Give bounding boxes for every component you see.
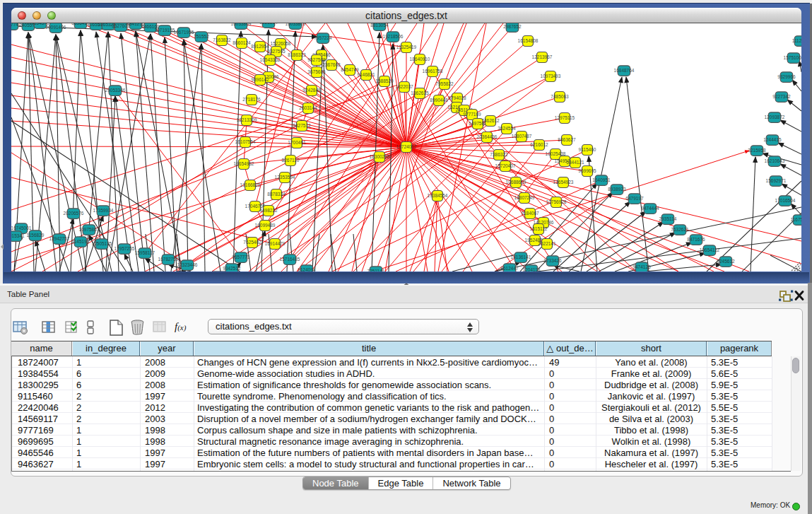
- svg-text:7386322: 7386322: [490, 152, 508, 157]
- svg-text:2367608: 2367608: [322, 62, 341, 67]
- svg-text:12093872: 12093872: [765, 115, 785, 119]
- svg-text:1822037: 1822037: [395, 84, 413, 89]
- svg-text:9184067: 9184067: [521, 211, 539, 216]
- svg-text:3675685: 3675685: [307, 69, 326, 74]
- svg-text:7625402: 7625402: [243, 240, 261, 245]
- svg-text:9327505: 9327505: [267, 49, 286, 54]
- svg-text:7955822: 7955822: [435, 81, 454, 86]
- svg-text:1733426: 1733426: [543, 258, 562, 263]
- svg-text:7632621: 7632621: [671, 227, 689, 232]
- svg-text:16914479: 16914479: [265, 241, 286, 246]
- svg-text:3215958: 3215958: [748, 148, 766, 153]
- svg-text:16745001: 16745001: [11, 226, 32, 230]
- svg-text:12213967: 12213967: [532, 54, 553, 59]
- svg-text:9657771: 9657771: [232, 255, 250, 259]
- svg-text:5844121: 5844121: [566, 160, 584, 165]
- svg-text:8878334: 8878334: [267, 192, 286, 197]
- svg-text:10654112: 10654112: [700, 247, 720, 252]
- svg-text:15751004: 15751004: [784, 55, 801, 60]
- svg-text:1112941: 1112941: [792, 38, 801, 43]
- svg-text:8463627: 8463627: [558, 137, 576, 142]
- svg-text:12505135: 12505135: [92, 241, 112, 246]
- svg-text:18640910: 18640910: [410, 57, 430, 62]
- svg-text:9227342: 9227342: [772, 94, 791, 99]
- svg-text:15226058: 15226058: [271, 41, 291, 46]
- svg-text:9115460: 9115460: [579, 147, 596, 152]
- svg-text:14136141: 14136141: [511, 255, 531, 259]
- svg-text:20364436: 20364436: [477, 134, 498, 139]
- svg-text:1167531: 1167531: [791, 217, 801, 222]
- svg-text:1700461: 1700461: [288, 140, 306, 145]
- svg-text:1145193: 1145193: [72, 239, 90, 244]
- svg-text:16210643: 16210643: [765, 158, 785, 163]
- svg-text:9527508: 9527508: [307, 57, 326, 62]
- svg-text:16033809: 16033809: [286, 23, 306, 26]
- svg-text:1244415: 1244415: [763, 137, 782, 142]
- svg-text:2987652: 2987652: [503, 24, 522, 29]
- svg-text:1615112: 1615112: [530, 226, 548, 231]
- svg-text:17957255: 17957255: [114, 246, 135, 251]
- svg-text:2935114: 2935114: [659, 216, 677, 221]
- svg-text:10973493: 10973493: [541, 74, 561, 78]
- svg-text:10807487: 10807487: [512, 134, 532, 139]
- svg-text:15720407: 15720407: [495, 163, 516, 168]
- svg-text:19218506: 19218506: [383, 34, 404, 39]
- svg-text:6794028: 6794028: [448, 95, 466, 100]
- svg-text:9474444: 9474444: [641, 206, 659, 211]
- svg-text:9242848: 9242848: [302, 88, 321, 93]
- svg-text:8612447: 8612447: [500, 266, 519, 271]
- svg-text:15716485: 15716485: [280, 257, 300, 262]
- svg-text:8660124: 8660124: [233, 40, 251, 45]
- svg-text:8813054: 8813054: [370, 23, 389, 28]
- svg-text:18724007: 18724007: [396, 144, 417, 149]
- svg-text:1204118: 1204118: [523, 267, 541, 271]
- svg-text:18807249: 18807249: [514, 195, 535, 200]
- svg-text:10756928: 10756928: [546, 199, 567, 204]
- svg-text:10671955: 10671955: [174, 30, 194, 35]
- svg-text:8454749: 8454749: [341, 67, 359, 72]
- svg-text:16099489: 16099489: [255, 223, 276, 228]
- svg-text:16961758: 16961758: [423, 69, 443, 74]
- svg-text:7462612: 7462612: [481, 118, 500, 123]
- svg-text:3624554: 3624554: [498, 126, 516, 131]
- svg-text:8990448: 8990448: [430, 98, 448, 103]
- svg-text:10719155: 10719155: [155, 28, 175, 33]
- svg-text:18300295: 18300295: [370, 154, 390, 159]
- svg-text:9329966: 9329966: [777, 74, 796, 79]
- svg-text:751552: 751552: [194, 34, 209, 39]
- svg-text:2718176: 2718176: [242, 97, 261, 102]
- svg-text:13654923: 13654923: [553, 180, 574, 185]
- svg-text:6216012: 6216012: [530, 142, 548, 147]
- svg-text:12942757: 12942757: [49, 236, 70, 241]
- svg-text:1156829: 1156829: [27, 233, 45, 238]
- svg-text:8267110: 8267110: [282, 158, 300, 163]
- svg-text:7251141: 7251141: [367, 269, 385, 271]
- svg-text:7485063: 7485063: [551, 94, 569, 99]
- svg-text:19654982: 19654982: [234, 161, 254, 166]
- svg-text:16782759: 16782759: [158, 257, 179, 262]
- svg-text:29053346: 29053346: [105, 88, 126, 93]
- svg-text:8471676: 8471676: [687, 237, 705, 242]
- svg-text:9699695: 9699695: [578, 168, 596, 173]
- svg-text:17016504: 17016504: [775, 198, 796, 203]
- svg-text:6479197: 6479197: [625, 196, 644, 201]
- svg-text:16107554: 16107554: [235, 139, 256, 144]
- svg-text:19384554: 19384554: [428, 193, 448, 198]
- svg-text:15958117: 15958117: [135, 250, 155, 255]
- svg-text:10688609: 10688609: [506, 180, 526, 185]
- svg-text:12353594: 12353594: [275, 175, 295, 180]
- svg-text:8427512: 8427512: [293, 123, 311, 128]
- svg-text:12323446: 12323446: [177, 262, 198, 267]
- svg-text:8912954: 8912954: [251, 44, 269, 49]
- svg-text:17359934: 17359934: [93, 208, 114, 213]
- svg-text:16154808: 16154808: [518, 38, 539, 43]
- svg-text:1362635: 1362635: [411, 90, 429, 95]
- svg-text:1640951: 1640951: [592, 177, 611, 182]
- svg-text:2522141: 2522141: [538, 241, 556, 246]
- svg-text:12213309: 12213309: [237, 117, 257, 122]
- svg-text:7163822: 7163822: [213, 37, 231, 42]
- svg-text:20206576: 20206576: [64, 211, 84, 216]
- svg-text:10975867: 10975867: [79, 227, 100, 232]
- svg-text:9474125: 9474125: [632, 264, 651, 269]
- svg-text:9777169: 9777169: [463, 112, 481, 117]
